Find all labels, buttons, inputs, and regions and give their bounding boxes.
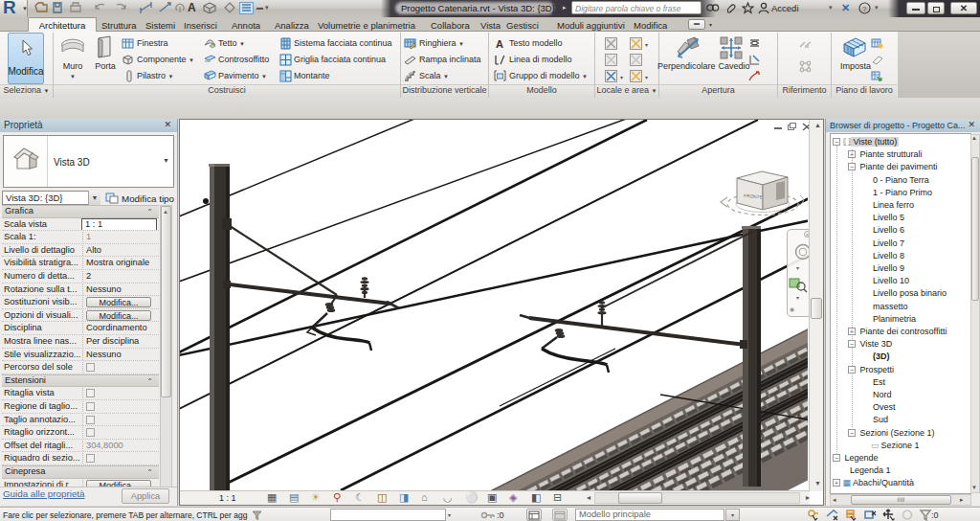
svg-text:?: ?: [862, 5, 867, 13]
svg-text:A: A: [496, 38, 503, 50]
